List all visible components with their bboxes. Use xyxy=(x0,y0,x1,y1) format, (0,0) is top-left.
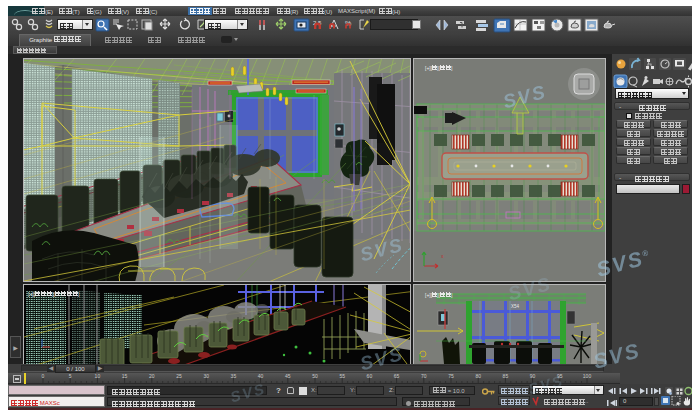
svg-text:10: 10 xyxy=(95,373,101,379)
svg-text:55: 55 xyxy=(339,373,345,379)
svg-text:35: 35 xyxy=(231,373,237,379)
svg-text:80: 80 xyxy=(475,373,481,379)
svg-text:25: 25 xyxy=(176,373,182,379)
svg-text:65: 65 xyxy=(394,373,400,379)
svg-text:40: 40 xyxy=(258,373,264,379)
svg-text:15: 15 xyxy=(122,373,128,379)
svg-text:5: 5 xyxy=(69,373,72,379)
svg-text:45: 45 xyxy=(285,373,291,379)
svg-text:20: 20 xyxy=(149,373,155,379)
svg-text:75: 75 xyxy=(448,373,454,379)
svg-text:100: 100 xyxy=(583,373,592,379)
svg-text:30: 30 xyxy=(203,373,209,379)
svg-text:85: 85 xyxy=(503,373,509,379)
svg-text:0: 0 xyxy=(42,373,45,379)
svg-text:50: 50 xyxy=(312,373,318,379)
svg-text:70: 70 xyxy=(421,373,427,379)
